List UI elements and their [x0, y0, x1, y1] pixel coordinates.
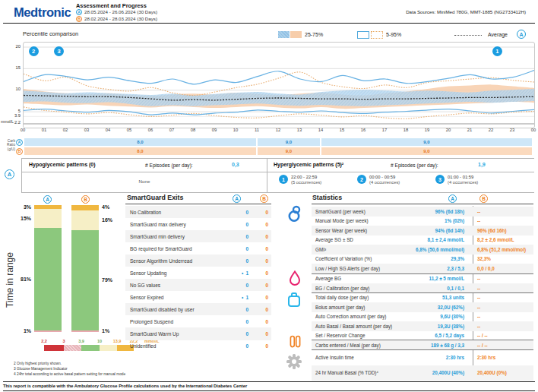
exits-value-a: 0: [229, 331, 248, 337]
stats-value-a: 51,3 units: [404, 295, 464, 300]
stats-value-a: 2:30 hrs: [404, 355, 464, 360]
stats-value-a: 32,0U (62%): [404, 305, 464, 310]
exits-row: Sensor Updating•10: [125, 267, 271, 279]
chart-x-tick: 15: [334, 128, 350, 132]
stats-row-label: GMI³: [312, 247, 404, 252]
footnote: 2 Only highest priority shown.: [14, 362, 62, 365]
medtronic-logo: Medtronic: [14, 5, 71, 20]
tir-bar-a-marker: A: [43, 195, 52, 204]
gear-icon: [286, 353, 302, 373]
exits-value-b: 0: [248, 295, 271, 300]
tir-scale-segment: [44, 345, 64, 351]
period-a-marker: A: [76, 9, 82, 15]
stats-value-b: 0,0 / 0,0: [477, 266, 533, 271]
exits-row: SmartGuard disabled by user00: [125, 303, 271, 315]
hyper-item-time: 22:00 - 22:59: [291, 175, 321, 180]
exits-col-b-marker: B: [260, 194, 268, 203]
chart-x-tick: 08: [185, 128, 201, 132]
stats-row-label: Manual Mode (per week): [312, 218, 404, 223]
stats-value-b: 8,2 ± 2,6 mmol/L: [477, 237, 533, 242]
chart-x-tick: 21: [462, 128, 477, 132]
carb-segment: 9,0: [258, 147, 320, 155]
chart-x-tick: 04: [100, 128, 116, 132]
stats-row-label: Average SG ± SD: [312, 237, 404, 242]
stats-value-a: 96% (6d 18h): [404, 209, 464, 214]
stats-value-b: 20,400U (0%): [477, 370, 533, 375]
period-b-dates: 28.02.2024 - 28.03.2024 (30 Days): [84, 16, 157, 21]
tir-scale-segment: [100, 345, 117, 351]
stats-value-b: --: [477, 276, 533, 281]
reservoir-icon: [287, 292, 301, 311]
exits-row: No Calibration00: [125, 206, 271, 218]
tir-scale-segment: [64, 345, 81, 351]
chart-x-tick: 12: [271, 128, 286, 132]
hyper-item-text: 22:00 - 22:59(5 occurrences): [291, 175, 321, 185]
carb-segment: 8,0: [24, 138, 256, 146]
tir-bar-b-marker: B: [81, 195, 90, 204]
tir-pct-label: 79%: [102, 277, 112, 283]
stats-value-a: 1% (02h): [404, 218, 464, 223]
exits-value-a: 0: [229, 319, 248, 324]
footer-rule-top: [3, 381, 535, 382]
tir-pct-label: 81%: [13, 277, 31, 282]
stats-row: Low / High SG Alerts (per day)2,3 / 5,30…: [312, 264, 533, 273]
exits-value-a: 0: [229, 246, 248, 251]
stats-row-label: 24 hr Manual Basal (% TDD)⁴: [312, 370, 404, 375]
period-a: A 28.05.2024 - 26.06.2024 (30 Days): [76, 9, 157, 15]
hyper-item-time: 01:00 - 01:59: [448, 175, 478, 180]
stats-value-b: --: [477, 218, 533, 223]
stats-value-b: --: [477, 286, 533, 291]
exits-value-a: 0: [229, 307, 248, 312]
exits-value-b: 0: [248, 307, 271, 312]
stats-row-label: Auto Correction amount (per day): [312, 314, 404, 319]
stats-value-b: -- / --: [477, 333, 533, 338]
stats-value-a: 11,2 ± 5 mmol/L: [404, 276, 464, 281]
stats-value-a: 6,5 / 5,2 days: [404, 333, 464, 338]
stats-row-label: Active Insulin time: [312, 355, 404, 360]
period-a-dates: 28.05.2024 - 26.06.2024 (30 Days): [84, 9, 157, 14]
hyper-item-number: 1: [279, 175, 288, 184]
stats-group: Carbs entered / Meal (per day)189 ± 68 g…: [312, 340, 533, 350]
stats-value-a: 29,3%: [404, 256, 464, 261]
chart-pattern-marker-3: 3: [54, 46, 64, 56]
hyper-episodes-value: 1,9: [478, 162, 486, 167]
carb-segment: 9,0: [321, 138, 532, 146]
exits-value-b: 0: [248, 343, 271, 349]
exits-row-label: No Calibration: [125, 210, 229, 215]
stats-row-label: Auto Basal / Basal amount (per day): [312, 324, 404, 329]
report-page: Medtronic Assessment and Progress A 28.0…: [0, 0, 538, 392]
exits-row: SmartGuard Warm Up00: [125, 327, 271, 340]
stats-row-label: Bolus amount (per day): [312, 305, 404, 310]
carb-segment: 8,0: [24, 147, 256, 155]
stats-value-a: 8,1 ± 2,4 mmol/L: [404, 237, 464, 242]
exits-row-label: Prolonged Suspend: [125, 319, 229, 324]
stats-row-label: Set / Reservoir Change: [312, 333, 404, 338]
hyper-item-time: 00:00 - 00:59: [369, 175, 400, 180]
food-icon: [290, 335, 301, 351]
hyper-pattern-item: 301:00 - 01:59(4 occurrences): [435, 175, 478, 185]
tir-bar-a: [34, 205, 62, 332]
stats-value-a: 189 ± 68 g / 3,3: [404, 343, 464, 348]
legend-average-label: Average: [488, 32, 508, 37]
stats-value-b: 2:30 hrs: [477, 355, 533, 360]
stats-value-a: 2,3 / 5,3: [404, 266, 464, 271]
hyper-item-occurrences: (4 occurrences): [448, 180, 478, 185]
tir-scale-tick: 10: [93, 339, 106, 343]
exits-value-b: 0: [248, 246, 271, 251]
tir-scale-tick: 3,9: [75, 339, 87, 343]
exits-row: SmartGuard max delivery00: [125, 218, 271, 230]
stats-row-label: BG / Calibration (per day): [312, 286, 404, 291]
stats-group: Active Insulin time2:30 hrs2:30 hrs24 hr…: [312, 349, 533, 381]
stats-row: Average SG ± SD8,1 ± 2,4 mmol/L8,2 ± 2,6…: [312, 236, 533, 245]
tir-pct-label: 1%: [13, 328, 31, 334]
chart-pattern-marker-1: 1: [492, 46, 502, 56]
stats-value-b: -- / --: [477, 343, 533, 348]
exits-rows: No Calibration00SmartGuard max delivery0…: [125, 206, 271, 352]
stats-value-b: --: [477, 209, 533, 214]
stats-group: Total daily dose (per day)51,3 units--Bo…: [312, 292, 533, 341]
carb-ratio-label-line1: Carb Ratio: [0, 139, 15, 147]
stats-value-b: 32,3%: [477, 256, 533, 261]
carb-row-a-marker: A: [16, 139, 23, 146]
chart-x-tick: 13: [292, 128, 307, 132]
stats-row: Coefficient of Variation (%)29,3%32,3%: [312, 254, 533, 264]
